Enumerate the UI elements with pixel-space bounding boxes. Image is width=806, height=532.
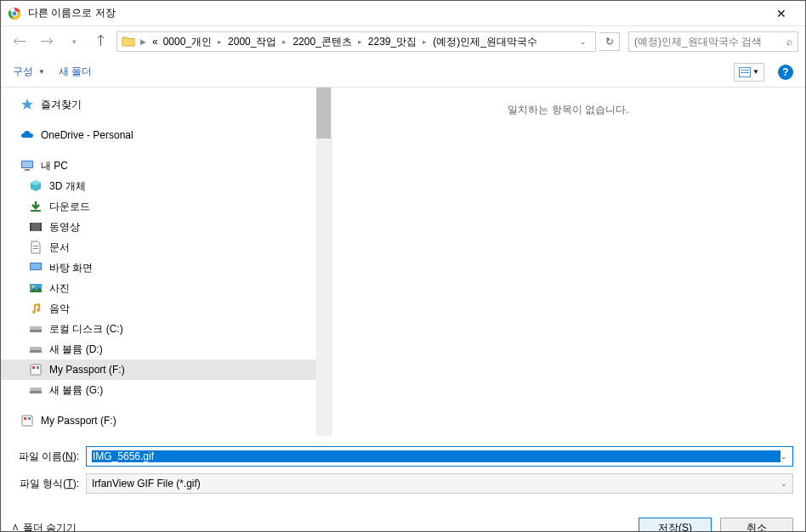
passport-icon xyxy=(20,413,35,428)
toolbar: 구성 ▼ 새 폴더 ▼ ? xyxy=(1,57,805,88)
main: 즐겨찾기 OneDrive - Personal 내 PC 3D 개체 다운로드 xyxy=(1,88,805,436)
chrome-icon xyxy=(8,7,21,20)
svg-rect-29 xyxy=(30,391,42,393)
breadcrumb-prefix[interactable]: « xyxy=(150,36,160,48)
breadcrumb-item[interactable]: 2239_맛집 xyxy=(366,35,418,49)
tree-label: 로컬 디스크 (C:) xyxy=(49,322,123,337)
tree-item-windows-tmp[interactable]: $WINDOWS.~TMP xyxy=(1,431,331,436)
breadcrumb-item[interactable]: 0000_개인 xyxy=(162,35,213,49)
desktop-icon xyxy=(28,260,43,275)
tree-item-g-drive[interactable]: 새 볼륨 (G:) xyxy=(1,380,331,400)
svg-rect-22 xyxy=(31,331,34,331)
svg-rect-8 xyxy=(22,161,32,167)
breadcrumb-item[interactable]: 2000_작업 xyxy=(226,35,278,49)
search-input[interactable] xyxy=(634,36,786,48)
up-button[interactable]: 🡑 xyxy=(89,30,113,54)
tree-item-music[interactable]: 음악 xyxy=(1,298,331,319)
filetype-value: IrfanView GIF File (*.gif) xyxy=(92,478,780,490)
svg-rect-5 xyxy=(741,70,749,71)
star-icon xyxy=(20,97,35,112)
tree-label: 3D 개체 xyxy=(49,179,86,194)
titlebar: 다른 이름으로 저장 ✕ xyxy=(1,1,805,26)
scrollbar-thumb[interactable] xyxy=(316,88,331,139)
close-button[interactable]: ✕ xyxy=(764,2,798,25)
empty-message: 일치하는 항목이 없습니다. xyxy=(508,103,628,117)
svg-rect-32 xyxy=(28,417,31,420)
cube-icon xyxy=(28,178,43,194)
tree-item-downloads[interactable]: 다운로드 xyxy=(1,196,331,217)
filetype-label: 파일 형식(T): xyxy=(13,477,86,491)
tree-item-pictures[interactable]: 사진 xyxy=(1,278,331,298)
filetype-select[interactable]: IrfanView GIF File (*.gif) ⌄ xyxy=(86,473,793,494)
svg-rect-10 xyxy=(31,210,41,212)
view-mode-button[interactable]: ▼ xyxy=(734,63,764,82)
svg-rect-17 xyxy=(31,263,41,269)
breadcrumb[interactable]: ▶ « 0000_개인 ▸ 2000_작업 ▸ 2200_콘텐츠 ▸ 2239_… xyxy=(116,31,596,52)
svg-rect-6 xyxy=(741,72,749,73)
refresh-button[interactable]: ↻ xyxy=(599,32,620,51)
svg-point-2 xyxy=(12,11,17,16)
chevron-right-icon: ▸ xyxy=(355,37,365,46)
svg-rect-30 xyxy=(22,416,32,426)
nav-tree: 즐겨찾기 OneDrive - Personal 내 PC 3D 개체 다운로드 xyxy=(1,88,331,436)
cancel-button[interactable]: 취소 xyxy=(720,518,793,532)
tree-scrollbar[interactable] xyxy=(316,88,331,436)
filename-input[interactable]: IMG_5656.gif ⌄ xyxy=(86,446,793,467)
filename-label: 파일 이름(N): xyxy=(13,450,86,464)
tree-quick-access[interactable]: 즐겨찾기 xyxy=(1,94,331,115)
svg-rect-9 xyxy=(25,169,30,171)
tree-onedrive[interactable]: OneDrive - Personal xyxy=(1,125,331,145)
tree-label: My Passport (F:) xyxy=(49,364,125,376)
file-list[interactable]: 일치하는 항목이 없습니다. xyxy=(331,88,805,436)
pc-icon xyxy=(20,158,35,173)
svg-rect-12 xyxy=(30,223,31,231)
tree-label: 새 볼륨 (D:) xyxy=(49,342,103,357)
tree-label: OneDrive - Personal xyxy=(41,129,133,141)
search-box[interactable]: ⌕ xyxy=(628,31,798,52)
tree-item-c-drive[interactable]: 로컬 디스크 (C:) xyxy=(1,319,331,339)
passport-icon xyxy=(28,362,43,377)
save-button[interactable]: 저장(S) xyxy=(639,518,712,532)
search-icon[interactable]: ⌕ xyxy=(786,36,792,48)
chevron-down-icon[interactable]: ⌄ xyxy=(780,452,787,461)
tree-label: 음악 xyxy=(49,302,70,316)
tree-item-d-drive[interactable]: 새 볼륨 (D:) xyxy=(1,339,331,359)
chevron-down-icon[interactable]: ⌄ xyxy=(780,479,787,488)
tree-this-pc[interactable]: 내 PC xyxy=(1,156,331,176)
breadcrumb-dropdown[interactable]: ⌄ xyxy=(575,37,592,46)
tree-label: My Passport (F:) xyxy=(41,415,116,427)
tree-label: 내 PC xyxy=(41,159,68,173)
tree-passport-root[interactable]: My Passport (F:) xyxy=(1,410,331,431)
tree-item-3d[interactable]: 3D 개체 xyxy=(1,176,331,196)
tree-item-videos[interactable]: 동영상 xyxy=(1,217,331,237)
tree-item-documents[interactable]: 문서 xyxy=(1,237,331,258)
svg-rect-14 xyxy=(33,246,38,246)
svg-rect-24 xyxy=(30,350,42,353)
svg-rect-25 xyxy=(31,365,41,375)
cloud-icon xyxy=(20,127,35,143)
tree-item-desktop[interactable]: 바탕 화면 xyxy=(1,258,331,278)
svg-rect-11 xyxy=(30,223,42,231)
photo-icon xyxy=(28,280,43,296)
music-icon xyxy=(28,301,43,316)
tree-label: $WINDOWS.~TMP xyxy=(49,435,137,436)
new-folder-button[interactable]: 새 폴더 xyxy=(59,65,92,79)
organize-button[interactable]: 구성 ▼ xyxy=(13,65,45,79)
forward-button[interactable]: 🡒 xyxy=(35,30,59,54)
doc-icon xyxy=(28,240,43,255)
breadcrumb-item[interactable]: (예정)인제_원대막국수 xyxy=(431,35,539,49)
disk-icon xyxy=(28,342,43,357)
filename-value: IMG_5656.gif xyxy=(92,450,780,462)
back-button[interactable]: 🡐 xyxy=(8,30,31,54)
tree-label: 사진 xyxy=(49,281,70,296)
fields-area: 파일 이름(N): IMG_5656.gif ⌄ 파일 형식(T): Irfan… xyxy=(1,436,805,506)
disk-icon xyxy=(28,321,43,337)
help-button[interactable]: ? xyxy=(778,65,793,80)
hide-folders-button[interactable]: ᐱ 폴더 숨기기 xyxy=(13,521,77,533)
folder-icon xyxy=(28,433,43,436)
breadcrumb-item[interactable]: 2200_콘텐츠 xyxy=(291,35,353,49)
svg-point-19 xyxy=(32,286,35,288)
tree-item-f-drive[interactable]: My Passport (F:) xyxy=(1,359,331,380)
history-dropdown[interactable]: ▾ xyxy=(62,30,86,54)
chevron-right-icon: ▸ xyxy=(280,37,289,46)
